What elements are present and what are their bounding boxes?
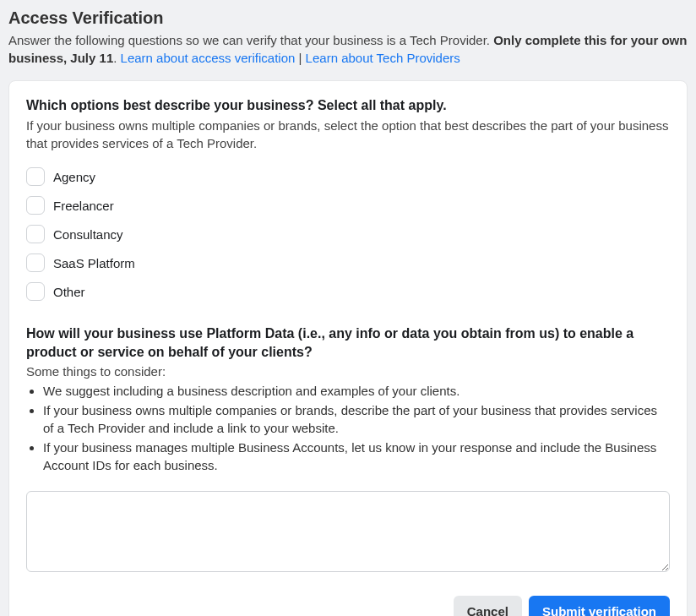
- option-agency[interactable]: Agency: [26, 167, 670, 186]
- option-label: SaaS Platform: [53, 256, 135, 270]
- option-label: Consultancy: [53, 227, 123, 242]
- option-other[interactable]: Other: [26, 282, 670, 301]
- subtext-plain: Answer the following questions so we can…: [8, 33, 493, 47]
- option-consultancy[interactable]: Consultancy: [26, 225, 670, 243]
- cancel-button[interactable]: Cancel: [454, 596, 522, 616]
- option-label: Agency: [53, 170, 95, 184]
- checkbox-icon: [26, 253, 45, 272]
- business-type-section: Which options best describe your busines…: [26, 98, 670, 301]
- link-separator: |: [295, 51, 305, 65]
- business-type-options: Agency Freelancer Consultancy SaaS Platf…: [26, 167, 670, 301]
- response-textarea[interactable]: [26, 491, 670, 572]
- verification-card: Which options best describe your busines…: [8, 80, 688, 616]
- checkbox-icon: [26, 225, 45, 243]
- consider-item: If your business manages multiple Busine…: [43, 439, 670, 474]
- consider-item: We suggest including a business descript…: [43, 382, 670, 400]
- section1-title: Which options best describe your busines…: [26, 98, 670, 113]
- checkbox-icon: [26, 282, 45, 301]
- learn-tech-providers-link[interactable]: Learn about Tech Providers: [306, 51, 460, 65]
- page-header: Access Verification Answer the following…: [8, 8, 688, 67]
- section1-desc: If your business owns multiple companies…: [26, 117, 670, 152]
- submit-verification-button[interactable]: Submit verification: [529, 596, 670, 616]
- consider-lead: Some things to consider:: [26, 364, 670, 379]
- card-footer: Cancel Submit verification: [26, 596, 670, 616]
- option-label: Other: [53, 285, 85, 299]
- page-title: Access Verification: [8, 8, 688, 28]
- consider-item: If your business owns multiple companies…: [43, 401, 670, 437]
- checkbox-icon: [26, 167, 45, 186]
- section2-title: How will your business use Platform Data…: [26, 324, 670, 361]
- option-freelancer[interactable]: Freelancer: [26, 196, 670, 215]
- consider-list: We suggest including a business descript…: [26, 382, 670, 474]
- option-label: Freelancer: [53, 199, 114, 213]
- learn-access-verification-link[interactable]: Learn about access verification: [121, 51, 296, 65]
- option-saas-platform[interactable]: SaaS Platform: [26, 253, 670, 272]
- subtext-after-bold: .: [113, 51, 120, 65]
- checkbox-icon: [26, 196, 45, 215]
- page-subtext: Answer the following questions so we can…: [8, 31, 688, 67]
- platform-data-section: How will your business use Platform Data…: [26, 324, 670, 575]
